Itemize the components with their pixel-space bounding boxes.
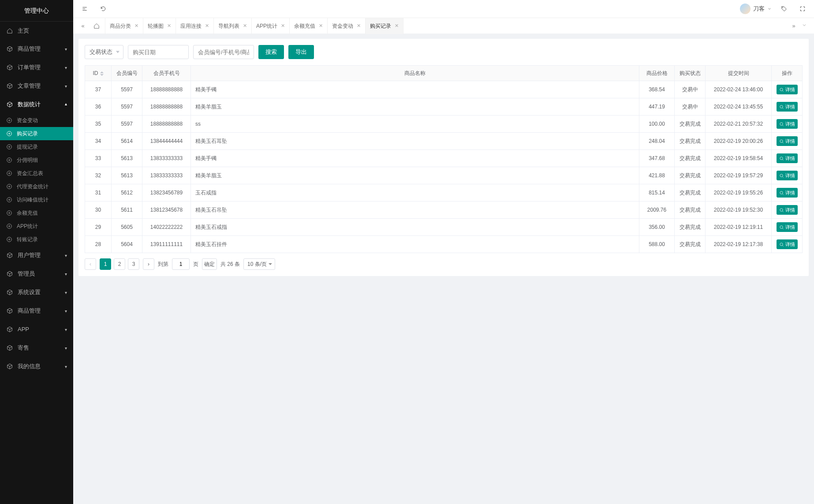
plus-icon [6, 144, 12, 150]
chevron-up-icon: ▾ [65, 101, 67, 108]
sidebar-subitem-label: 转账记录 [17, 235, 38, 243]
tab[interactable]: 资金变动✕ [328, 18, 366, 34]
user-dropdown[interactable]: 刀客 [740, 4, 772, 14]
th-product: 商品名称 [191, 66, 639, 81]
sidebar-subitem[interactable]: 购买记录 [0, 127, 73, 140]
close-icon[interactable]: ✕ [281, 22, 285, 30]
close-icon[interactable]: ✕ [205, 22, 209, 30]
sidebar-subitem[interactable]: 资金汇总表 [0, 167, 73, 180]
tab[interactable]: 应用连接✕ [176, 18, 214, 34]
sidebar-item[interactable]: 系统设置▾ [0, 283, 73, 302]
svg-point-12 [780, 105, 782, 108]
export-button[interactable]: 导出 [288, 45, 314, 59]
close-icon[interactable]: ✕ [319, 22, 323, 30]
sidebar-item[interactable]: 订单管理▾ [0, 58, 73, 77]
page-number[interactable]: 2 [114, 258, 125, 270]
search-button[interactable]: 搜索 [258, 45, 284, 59]
sidebar-subitem-label: 购买记录 [17, 130, 38, 138]
detail-button[interactable]: 详情 [777, 102, 798, 112]
tab[interactable]: 轮播图✕ [143, 18, 176, 34]
sidebar-subitem[interactable]: 余额充值 [0, 206, 73, 220]
page-prev[interactable]: ‹ [85, 258, 96, 270]
sidebar-subitem[interactable]: 访问峰值统计 [0, 193, 73, 206]
sidebar-item[interactable]: 用户管理▾ [0, 246, 73, 265]
tab-home[interactable] [88, 18, 105, 34]
sidebar-subitem[interactable]: 分佣明细 [0, 153, 73, 167]
content-card: 交易状态 搜索 导出 ID 会员编号 会员手机号 商品名称 商品价格 购买状态 … [78, 39, 809, 276]
logo: 管理中心 [0, 0, 73, 21]
detail-button[interactable]: 详情 [777, 171, 798, 180]
tabs-next-icon[interactable]: » [788, 22, 799, 30]
sidebar-subitem[interactable]: 代理资金统计 [0, 180, 73, 193]
refresh-icon[interactable] [97, 3, 109, 15]
close-icon[interactable]: ✕ [395, 22, 399, 30]
th-time: 提交时间 [706, 66, 772, 81]
detail-button[interactable]: 详情 [777, 136, 798, 146]
tab-label: 应用连接 [180, 22, 202, 30]
table-row: 30561113812345678精美玉石吊坠2009.76交易完成2022-0… [85, 202, 803, 219]
pagination: ‹ 123 › 到第 页 确定 共 26 条 10 条/页 [85, 258, 803, 270]
fullscreen-icon[interactable] [796, 3, 809, 15]
sidebar-subitem[interactable]: 转账记录 [0, 233, 73, 246]
detail-button[interactable]: 详情 [777, 222, 798, 232]
status-select[interactable]: 交易状态 [85, 45, 123, 59]
date-input[interactable] [128, 45, 189, 59]
sidebar-subitem[interactable]: APP统计 [0, 220, 73, 233]
detail-button[interactable]: 详情 [777, 153, 798, 163]
sidebar-item[interactable]: 商品管理▾ [0, 302, 73, 320]
page-number[interactable]: 3 [128, 258, 139, 270]
close-icon[interactable]: ✕ [167, 22, 171, 30]
tag-icon[interactable] [778, 3, 790, 15]
sidebar-subitem[interactable]: 提现记录 [0, 140, 73, 153]
tabs-prev-icon[interactable]: « [78, 22, 88, 30]
tab[interactable]: 余额充值✕ [290, 18, 328, 34]
plus-icon [6, 197, 12, 203]
page-number[interactable]: 1 [100, 258, 111, 270]
detail-button[interactable]: 详情 [777, 239, 798, 249]
sidebar-item[interactable]: 我的信息▾ [0, 357, 73, 376]
detail-button[interactable]: 详情 [777, 188, 798, 198]
chevron-down-icon: ▾ [65, 271, 67, 277]
tab[interactable]: APP统计✕ [252, 18, 290, 34]
filter-toolbar: 交易状态 搜索 导出 [85, 45, 803, 59]
detail-button[interactable]: 详情 [777, 205, 798, 215]
sidebar-item[interactable]: 商品管理▾ [0, 40, 73, 58]
table-row: 36559718888888888精美羊脂玉447.19交易中2022-02-2… [85, 98, 803, 116]
tab[interactable]: 购买记录✕ [366, 18, 403, 34]
keyword-input[interactable] [193, 45, 254, 59]
table-row: 29560514022222222精美玉石戒指356.00交易完成2022-02… [85, 219, 803, 236]
close-icon[interactable]: ✕ [243, 22, 247, 30]
svg-point-17 [780, 191, 782, 194]
sidebar-item[interactable]: 寄售▾ [0, 339, 73, 357]
topbar: 刀客 [73, 0, 814, 18]
sidebar-item-label: 数据统计 [18, 100, 41, 109]
sidebar-item[interactable]: 主页 [0, 21, 73, 40]
cube-icon [6, 307, 13, 314]
sidebar-subitem-label: 余额充值 [17, 209, 38, 217]
page-size-select[interactable]: 10 条/页 [243, 258, 275, 270]
sidebar-item[interactable]: 数据统计▾ [0, 95, 73, 114]
sidebar-subitem[interactable]: 资金变动 [0, 114, 73, 127]
sidebar-item[interactable]: APP▾ [0, 320, 73, 339]
tab[interactable]: 商品分类✕ [105, 18, 143, 34]
chevron-down-icon: ▾ [65, 308, 67, 314]
sidebar-item[interactable]: 文章管理▾ [0, 77, 73, 95]
sidebar-item[interactable]: 管理员▾ [0, 265, 73, 283]
detail-button[interactable]: 详情 [777, 119, 798, 129]
chevron-down-icon: ▾ [65, 326, 67, 333]
tabs-bar: « 商品分类✕轮播图✕应用连接✕导航列表✕APP统计✕余额充值✕资金变动✕购买记… [73, 18, 814, 34]
tab-label: APP统计 [256, 22, 277, 30]
tab[interactable]: 导航列表✕ [214, 18, 252, 34]
page-confirm[interactable]: 确定 [202, 258, 217, 270]
th-id[interactable]: ID [85, 66, 112, 81]
detail-button[interactable]: 详情 [777, 85, 798, 94]
tabs-menu-icon[interactable] [799, 22, 810, 30]
page-next[interactable]: › [143, 258, 154, 270]
close-icon[interactable]: ✕ [134, 22, 138, 30]
cube-icon [6, 326, 13, 333]
collapse-icon[interactable] [78, 3, 91, 15]
page-input[interactable] [172, 258, 190, 270]
tab-label: 轮播图 [148, 22, 164, 30]
th-op: 操作 [772, 66, 803, 81]
close-icon[interactable]: ✕ [357, 22, 361, 30]
